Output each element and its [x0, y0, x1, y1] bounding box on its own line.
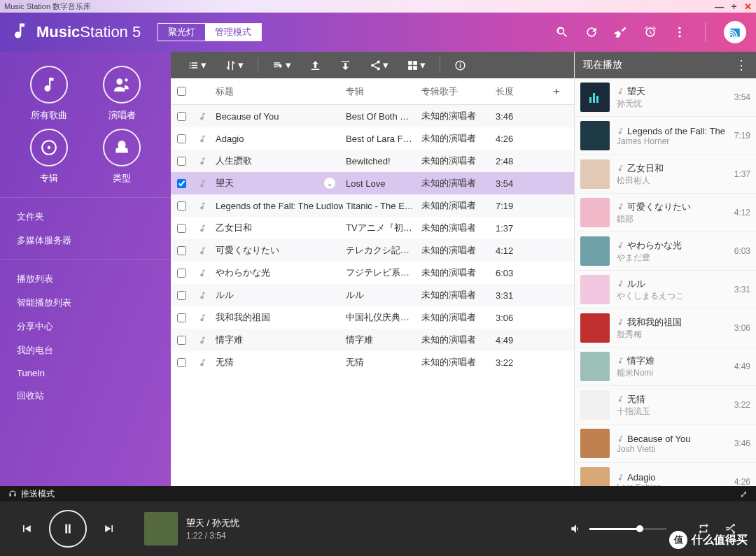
row-checkbox[interactable]: [171, 269, 192, 278]
upload-button[interactable]: [302, 57, 328, 74]
track-info: ルル やくしまるえつこ: [617, 278, 727, 302]
table-row[interactable]: 无猜 无猜 未知的演唱者 3:22: [171, 351, 574, 373]
sidebar-item[interactable]: 分享中心: [0, 315, 171, 338]
add-column-button[interactable]: +: [546, 85, 567, 99]
column-album-artist[interactable]: 专辑歌手: [419, 85, 493, 98]
select-all-checkbox[interactable]: [171, 87, 192, 96]
cell-length: 3:31: [493, 290, 546, 301]
table-row[interactable]: Because of You Best Of Both Wo... 未知的演唱者…: [171, 105, 574, 127]
track-title: Legends of the Fall: The L...: [617, 126, 727, 136]
watermark-badge: 值: [669, 531, 687, 549]
sidebar-tile-music[interactable]: 所有歌曲: [13, 66, 85, 122]
now-playing-item[interactable]: 望天 孙无忧 3:54: [575, 78, 756, 117]
column-album[interactable]: 专辑: [343, 85, 419, 98]
now-playing-item[interactable]: 我和我的祖国 殷秀梅 3:06: [575, 309, 756, 348]
row-checkbox[interactable]: [171, 179, 192, 188]
music-note-icon: [192, 179, 213, 188]
now-playing-item[interactable]: ルル やくしまるえつこ 3:31: [575, 271, 756, 309]
next-button[interactable]: [102, 522, 116, 536]
sidebar-tile-label: 所有歌曲: [31, 109, 67, 122]
info-button[interactable]: [447, 57, 473, 74]
table-row[interactable]: 情字难 情字难 未知的演唱者 4:49: [171, 329, 574, 351]
alarm-icon[interactable]: [643, 25, 657, 39]
now-playing-more-icon[interactable]: ⋮: [735, 57, 748, 73]
row-checkbox[interactable]: [171, 201, 192, 211]
table-row[interactable]: やわらかな光 フジテレビ系ド... 未知的演唱者 6:03: [171, 262, 574, 284]
now-playing-item[interactable]: Because of You Josh Vietti 3:46: [575, 425, 756, 463]
table-row[interactable]: 可愛くなりたい テレカクシ記念... 未知的演唱者 4:12: [171, 239, 574, 262]
row-checkbox[interactable]: [171, 246, 192, 255]
row-checkbox[interactable]: [171, 157, 192, 166]
table-row[interactable]: ルル ルル 未知的演唱者 3:31: [171, 284, 574, 306]
play-pause-button[interactable]: [49, 510, 87, 548]
sidebar-item[interactable]: 我的电台: [0, 338, 171, 362]
row-checkbox[interactable]: [171, 134, 192, 143]
share-button[interactable]: ▾: [363, 56, 396, 74]
refresh-icon[interactable]: [584, 25, 598, 39]
search-icon[interactable]: [555, 25, 569, 39]
table-row[interactable]: 人生讚歌 Bewitched! 未知的演唱者 2:48: [171, 150, 574, 172]
chevron-down-icon[interactable]: ⌄: [323, 177, 336, 190]
now-playing-item[interactable]: やわらかな光 やまだ豊 6:03: [575, 232, 756, 271]
sidebar-tile-album[interactable]: 专辑: [13, 129, 85, 185]
download-button[interactable]: [332, 57, 358, 74]
cell-artist: 未知的演唱者: [419, 244, 493, 257]
row-checkbox[interactable]: [171, 224, 192, 233]
cast-icon[interactable]: [724, 21, 746, 43]
cell-album: ルル: [343, 289, 419, 301]
table-row[interactable]: Legends of the Fall: The Ludlows Titanic…: [171, 194, 574, 217]
table-row[interactable]: 乙女日和 TVアニメ『初恋... 未知的演唱者 1:37: [171, 217, 574, 239]
row-checkbox[interactable]: [171, 313, 192, 322]
track-artist: やくしまるえつこ: [617, 290, 727, 302]
sidebar-tile-artist[interactable]: 演唱者: [85, 66, 158, 122]
add-to-playlist-button[interactable]: ▾: [265, 56, 298, 74]
now-playing-item[interactable]: 情字难 糯米Nomi 4:49: [575, 348, 756, 386]
track-info: 可愛くなりたい 鎖那: [617, 201, 727, 225]
music-note-icon: [192, 336, 213, 345]
maximize-button[interactable]: ＋: [729, 0, 738, 13]
mode-tabs: 聚光灯 管理模式: [158, 23, 262, 41]
row-checkbox[interactable]: [171, 336, 192, 345]
now-playing-item[interactable]: Legends of the Fall: The L... James Horn…: [575, 117, 756, 155]
track-artist: やまだ豊: [617, 252, 727, 264]
sidebar-item[interactable]: 文件夹: [0, 205, 171, 229]
sidebar-item[interactable]: 多媒体服务器: [0, 229, 171, 252]
track-artist: 十指流玉: [617, 406, 727, 418]
genre-icon: [103, 129, 141, 166]
minimize-button[interactable]: —: [715, 1, 724, 12]
table-row[interactable]: 望天⌄ Lost Love 未知的演唱者 3:54: [171, 172, 574, 194]
sort-button[interactable]: ▾: [218, 56, 251, 74]
column-length[interactable]: 长度: [493, 85, 546, 98]
broom-icon[interactable]: [614, 25, 628, 39]
tab-spotlight[interactable]: 聚光灯: [158, 24, 205, 41]
view-list-button[interactable]: ▾: [181, 56, 214, 74]
cell-album: 无猜: [343, 356, 419, 369]
now-playing-item[interactable]: 乙女日和 松田彬人 1:37: [575, 155, 756, 194]
cell-title: Adagio: [213, 134, 343, 144]
expand-icon[interactable]: ⤢: [740, 489, 748, 499]
table-row[interactable]: 我和我的祖国 中国礼仪庆典大... 未知的演唱者 3:06: [171, 306, 574, 329]
cell-artist: 未知的演唱者: [419, 155, 493, 167]
now-playing-item[interactable]: 可愛くなりたい 鎖那 4:12: [575, 194, 756, 232]
sidebar-item[interactable]: 智能播放列表: [0, 291, 171, 315]
prev-button[interactable]: [20, 522, 34, 536]
sidebar-item[interactable]: 回收站: [0, 384, 171, 408]
close-button[interactable]: ✕: [744, 1, 752, 12]
volume-icon[interactable]: [570, 522, 582, 535]
now-playing-item[interactable]: Adagio Lara Fabian 4:26: [575, 463, 756, 486]
tab-manage[interactable]: 管理模式: [205, 24, 261, 41]
column-title[interactable]: 标题: [213, 85, 343, 98]
row-checkbox[interactable]: [171, 358, 192, 367]
sidebar-item[interactable]: TuneIn: [0, 362, 171, 384]
row-checkbox[interactable]: [171, 112, 192, 121]
volume-slider[interactable]: [589, 528, 666, 530]
now-playing-item[interactable]: 无猜 十指流玉 3:22: [575, 386, 756, 425]
row-checkbox[interactable]: [171, 291, 192, 300]
sidebar-item[interactable]: 播放列表: [0, 267, 171, 291]
sidebar-tile-label: 类型: [113, 172, 131, 185]
grid-button[interactable]: ▾: [400, 56, 433, 74]
sidebar-tile-genre[interactable]: 类型: [85, 129, 158, 185]
table-row[interactable]: Adagio Best of Lara Fab... 未知的演唱者 4:26: [171, 127, 574, 150]
svg-point-2: [678, 35, 680, 37]
more-icon[interactable]: [673, 25, 687, 39]
